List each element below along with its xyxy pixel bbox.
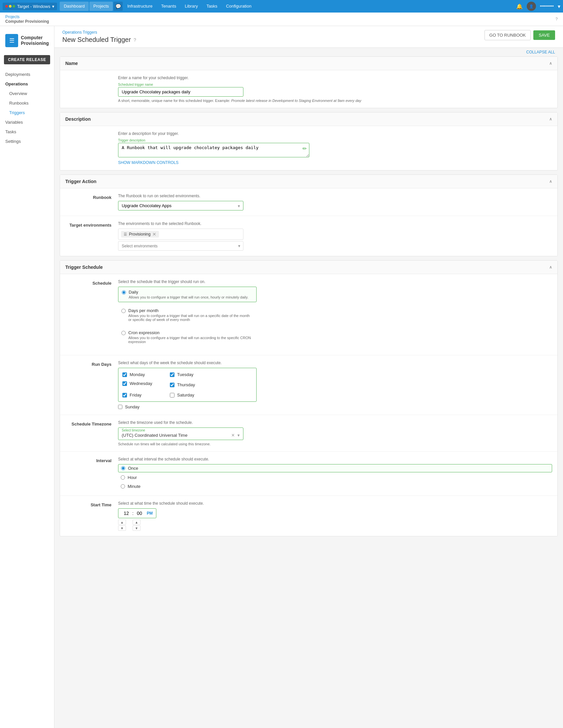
time-minute-up-button[interactable]: ▲	[133, 520, 141, 525]
schedule-field-label: Schedule	[65, 279, 118, 350]
interval-option-hour[interactable]: Hour	[118, 474, 552, 481]
schedule-option-cron[interactable]: Cron expression Allows you to configure …	[118, 328, 257, 346]
schedule-radio-daily[interactable]	[122, 290, 126, 295]
content-header-left: Operations Triggers New Scheduled Trigge…	[62, 30, 136, 44]
interval-options-container: Once Hour Minute	[118, 464, 552, 490]
time-hour-up-button[interactable]: ▲	[118, 520, 126, 525]
description-section-title: Description	[65, 116, 91, 122]
schedule-radio-days-per-month[interactable]	[121, 309, 126, 313]
runbook-form-row: Runbook The Runbook to run on selected e…	[60, 188, 557, 216]
run-days-field-label: Run Days	[65, 361, 118, 409]
schedule-cron-label: Cron expression	[128, 330, 253, 335]
collapse-all-link[interactable]: COLLAPSE ALL	[54, 48, 563, 56]
time-hour-down-button[interactable]: ▼	[118, 525, 126, 531]
notifications-icon[interactable]: 🔔	[516, 3, 523, 10]
sidebar-item-tasks[interactable]: Tasks	[0, 127, 54, 137]
start-time-form-field: Select at what time the schedule should …	[118, 501, 552, 531]
time-input-wrapper: : PM	[118, 508, 156, 518]
user-avatar[interactable]: 👤	[527, 2, 536, 11]
runbook-form-field: The Runbook to run on selected environme…	[118, 194, 552, 210]
checkbox-friday-label: Friday	[130, 393, 141, 397]
timezone-value-text: (UTC) Coordinated Universal Time	[122, 433, 187, 438]
runbook-select[interactable]: Upgrade Chocolatey Apps	[118, 201, 243, 210]
interval-radio-once[interactable]	[121, 466, 125, 470]
page-title-text: New Scheduled Trigger	[62, 36, 131, 44]
timezone-form-field: Select the timezone used for the schedul…	[118, 420, 552, 446]
interval-option-minute[interactable]: Minute	[118, 483, 552, 490]
user-menu-chevron-icon[interactable]: ▾	[558, 3, 560, 10]
nav-link-projects[interactable]: Projects	[89, 2, 113, 11]
breadcrumb-project-name: Computer Provisioning	[5, 19, 49, 24]
checkbox-friday-input[interactable]	[122, 393, 127, 397]
help-icon[interactable]: ?	[555, 17, 558, 21]
content-header: Operations Triggers New Scheduled Trigge…	[54, 26, 563, 48]
sidebar: ☰ ComputerProvisioning CREATE RELEASE De…	[0, 26, 54, 728]
interval-radio-hour[interactable]	[121, 475, 125, 480]
sidebar-logo-icon: ☰	[5, 34, 18, 47]
sidebar-item-triggers[interactable]: Triggers	[0, 108, 54, 117]
time-minute-down-button[interactable]: ▼	[133, 525, 141, 531]
breadcrumb-projects-link[interactable]: Projects	[5, 15, 19, 19]
checkbox-wednesday-label: Wednesday	[130, 381, 152, 386]
run-days-form-field: Select what days of the week the schedul…	[118, 361, 552, 409]
go-to-runbook-button[interactable]: GO TO RUNBOOK	[485, 30, 531, 40]
environments-search-input[interactable]	[118, 242, 235, 250]
name-section-chevron-icon[interactable]: ∧	[549, 61, 552, 66]
timezone-dropdown-icon[interactable]: ▾	[237, 433, 240, 438]
sidebar-item-runbooks[interactable]: Runbooks	[0, 98, 54, 108]
schedule-option-days-per-month[interactable]: Days per month Allows you to configure a…	[118, 305, 257, 324]
save-button[interactable]: SAVE	[533, 30, 555, 40]
nav-link-library[interactable]: Library	[181, 2, 202, 11]
name-input[interactable]: Upgrade Chocolatey packages daily	[118, 87, 243, 97]
description-field-label	[65, 131, 118, 165]
tag-label: Provisioning	[129, 232, 150, 237]
checkbox-monday-input[interactable]	[122, 372, 127, 377]
nav-link-tasks[interactable]: Tasks	[203, 2, 221, 11]
brand-selector[interactable]: Target - Windows ▾	[3, 3, 57, 10]
nav-link-infrastructure[interactable]: Infrastructure	[123, 2, 157, 11]
interval-radio-minute[interactable]	[121, 484, 125, 489]
time-minute-input[interactable]	[135, 511, 144, 516]
runbook-field-label: Runbook	[65, 194, 118, 210]
timezone-clear-icon[interactable]: ✕	[231, 433, 235, 438]
checkbox-tuesday-input[interactable]	[170, 372, 174, 377]
create-release-button[interactable]: CREATE RELEASE	[4, 55, 50, 64]
show-markdown-controls-link[interactable]: SHOW MARKDOWN CONTROLS	[118, 160, 178, 165]
interval-option-once[interactable]: Once	[118, 464, 552, 472]
tag-remove-button[interactable]: ✕	[152, 232, 156, 237]
trigger-action-section-header: Trigger Action ∧	[60, 175, 557, 188]
schedule-radio-cron[interactable]	[121, 331, 126, 335]
schedule-option-daily[interactable]: Daily Allows you to configure a trigger …	[118, 287, 257, 302]
environments-dropdown-arrow-icon[interactable]: ▾	[235, 241, 243, 250]
description-textarea[interactable]: A Runbook that will upgrade chocolatey p…	[118, 143, 309, 157]
sidebar-item-settings[interactable]: Settings	[0, 137, 54, 146]
environments-field-label: Target environments	[65, 221, 118, 251]
runbook-field-hint: The Runbook to run on selected environme…	[118, 194, 552, 198]
description-section-chevron-icon[interactable]: ∧	[549, 117, 552, 121]
run-days-form-row: Run Days Select what days of the week th…	[60, 355, 557, 415]
sidebar-item-overview[interactable]: Overview	[0, 89, 54, 98]
sidebar-project-name: ComputerProvisioning	[21, 35, 49, 46]
description-form-field: Enter a description for your trigger. Tr…	[118, 131, 552, 165]
checkbox-wednesday-input[interactable]	[122, 381, 127, 386]
nav-link-tenants[interactable]: Tenants	[157, 2, 180, 11]
checkbox-sunday-input[interactable]	[118, 405, 122, 409]
checkbox-thursday-input[interactable]	[170, 383, 174, 387]
name-section-header: Name ∧	[60, 57, 557, 70]
logo-icon: ☰	[9, 37, 15, 44]
name-form-row: Enter a name for your scheduled trigger.…	[60, 70, 557, 108]
description-section: Description ∧ Enter a description for yo…	[60, 112, 558, 171]
schedule-form-field: Select the schedule that the trigger sho…	[118, 279, 552, 350]
sidebar-item-deployments[interactable]: Deployments	[0, 70, 54, 79]
description-field-hint: Enter a description for your trigger.	[118, 131, 552, 136]
checkbox-saturday-input[interactable]	[170, 393, 174, 397]
nav-link-chat-icon[interactable]: 💬	[113, 2, 123, 11]
page-title-help-icon[interactable]: ?	[134, 37, 136, 43]
nav-link-configuration[interactable]: Configuration	[222, 2, 255, 11]
sidebar-item-operations[interactable]: Operations	[0, 79, 54, 89]
trigger-action-section-chevron-icon[interactable]: ∧	[549, 179, 552, 184]
nav-link-dashboard[interactable]: Dashboard	[60, 2, 89, 11]
time-hour-input[interactable]	[122, 511, 131, 516]
trigger-schedule-section-chevron-icon[interactable]: ∧	[549, 265, 552, 269]
sidebar-item-variables[interactable]: Variables	[0, 117, 54, 127]
